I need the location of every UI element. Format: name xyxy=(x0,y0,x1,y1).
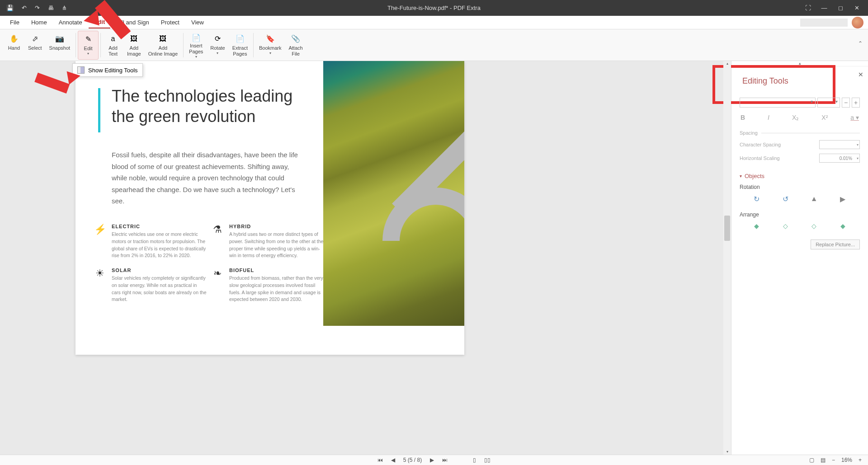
menu-bar: File Home Annotate Edit Fill and Sign Pr… xyxy=(0,16,868,29)
superscript-button[interactable]: X² xyxy=(821,114,828,121)
bookmark-tool[interactable]: 🔖 Bookmark ▾ xyxy=(255,31,285,60)
menu-home[interactable]: Home xyxy=(26,17,52,28)
bookmark-icon: 🔖 xyxy=(265,33,276,44)
feature-title: BIOFUEL xyxy=(229,268,324,273)
rotate-cw-icon[interactable]: ↻ xyxy=(751,195,762,203)
add-image-tool[interactable]: 🖼 Add Image xyxy=(123,31,145,60)
feature-item: ☀ SOLAR Solar vehicles rely completely o… xyxy=(94,268,207,303)
feature-text: Electric vehicles use one or more electr… xyxy=(112,231,207,259)
rotate-tool[interactable]: ⟳ Rotate ▾ xyxy=(207,31,228,60)
first-page-icon[interactable]: ⏮ xyxy=(377,457,383,463)
minimize-icon[interactable]: — xyxy=(817,5,831,11)
hybrid-icon: ⚗ xyxy=(211,224,224,236)
italic-button[interactable]: I xyxy=(768,114,769,121)
redo-icon[interactable]: ↷ xyxy=(35,5,40,11)
send-back-icon[interactable]: ◆ xyxy=(837,222,848,230)
insert-pages-tool[interactable]: 📄 Insert Pages ▾ xyxy=(185,31,207,60)
flip-vertical-icon[interactable]: ▲ xyxy=(809,195,820,203)
subscript-button[interactable]: X₂ xyxy=(792,114,799,121)
bring-forward-icon[interactable]: ◇ xyxy=(780,222,791,230)
leaf-icon: ❧ xyxy=(211,268,224,280)
rotation-controls: ↻ ↺ ▲ ▶ xyxy=(740,195,860,203)
scrollbar-track[interactable] xyxy=(723,66,731,449)
increase-size-button[interactable]: + xyxy=(852,98,860,108)
fit-page-icon[interactable]: ▢ xyxy=(809,457,814,463)
sun-icon: ☀ xyxy=(94,268,106,280)
user-avatar[interactable] xyxy=(852,17,863,28)
hand-tool[interactable]: ✋ Hand xyxy=(4,31,24,60)
scroll-up-icon[interactable]: ▴ xyxy=(723,61,731,66)
plug-icon: ⚡ xyxy=(94,224,106,236)
font-color-button[interactable]: a ▾ xyxy=(850,114,859,121)
rotate-ccw-icon[interactable]: ↺ xyxy=(780,195,791,203)
char-spacing-input[interactable] xyxy=(819,140,860,149)
zoom-out-icon[interactable]: − xyxy=(832,457,835,463)
menu-annotate[interactable]: Annotate xyxy=(53,17,88,28)
two-page-view-icon[interactable]: ▯▯ xyxy=(484,457,491,463)
single-page-view-icon[interactable]: ▯ xyxy=(473,457,476,463)
next-page-icon[interactable]: ▶ xyxy=(430,457,434,463)
online-image-icon: 🖼 xyxy=(157,33,168,44)
panel-title: Editing Tools xyxy=(742,76,788,85)
font-family-select[interactable] xyxy=(740,98,816,108)
pdf-page[interactable]: The technologies leading the green revol… xyxy=(75,61,464,355)
panel-collapse-icon[interactable]: ▴ xyxy=(731,61,868,66)
panel-close-icon[interactable]: ✕ xyxy=(858,71,863,78)
share-icon[interactable]: ⋔ xyxy=(62,5,67,11)
collapse-ribbon-icon[interactable]: ⌃ xyxy=(858,40,863,47)
replace-picture-button[interactable]: Replace Picture... xyxy=(811,240,860,249)
edit-dropdown-item[interactable]: Show Editing Tools xyxy=(72,63,143,77)
chevron-down-icon: ▾ xyxy=(87,52,89,56)
bold-button[interactable]: B xyxy=(741,114,745,121)
extract-pages-tool[interactable]: 📄 Extract Pages xyxy=(229,31,251,60)
page-plus-icon: 📄 xyxy=(191,33,202,42)
spacing-label: Spacing xyxy=(740,130,860,136)
add-online-image-tool[interactable]: 🖼 Add Online Image xyxy=(145,31,181,60)
feature-grid: ⚡ ELECTRIC Electric vehicles use one or … xyxy=(94,224,324,303)
page-hero-image xyxy=(323,61,464,326)
font-size-select[interactable] xyxy=(817,98,840,108)
extract-icon: 📄 xyxy=(235,33,245,44)
menu-view[interactable]: View xyxy=(186,17,209,28)
separator xyxy=(75,33,76,57)
prev-page-icon[interactable]: ◀ xyxy=(391,457,395,463)
rotate-icon: ⟳ xyxy=(212,33,223,44)
feature-text: A hybrid uses two or more distinct types… xyxy=(229,231,324,259)
hscaling-label: Horizontal Scaling xyxy=(740,155,780,161)
snapshot-tool[interactable]: 📷 Snapshot xyxy=(46,31,74,60)
feature-text: Solar vehicles rely completely or signif… xyxy=(112,275,207,303)
maximize-icon[interactable]: ◻ xyxy=(834,5,847,11)
chevron-down-icon: ▾ xyxy=(195,55,197,59)
page-indicator: 5 (5 / 8) xyxy=(403,457,422,463)
decrease-size-button[interactable]: − xyxy=(842,98,850,108)
undo-icon[interactable]: ↶ xyxy=(22,5,27,11)
select-tool[interactable]: ⬀ Select xyxy=(24,31,46,60)
separator xyxy=(253,33,254,57)
panel-body: − + B I X₂ X² a ▾ Spacing Character Spac… xyxy=(731,94,868,253)
last-page-icon[interactable]: ⏭ xyxy=(442,457,448,463)
feature-title: SOLAR xyxy=(112,268,207,273)
send-backward-icon[interactable]: ◇ xyxy=(809,222,820,230)
chevron-down-icon: ▾ xyxy=(269,51,271,55)
close-icon[interactable]: ✕ xyxy=(850,5,863,11)
edit-icon: ✎ xyxy=(83,34,94,45)
flip-horizontal-icon[interactable]: ▶ xyxy=(837,195,848,203)
scroll-down-icon[interactable]: ▾ xyxy=(723,449,731,455)
scrollbar-thumb[interactable] xyxy=(724,216,730,241)
status-bar: ⏮ ◀ 5 (5 / 8) ▶ ⏭ ▯ ▯▯ ▢ ▤ − 16% + xyxy=(0,455,868,465)
text-icon: a xyxy=(108,33,118,44)
edit-tool[interactable]: ✎ Edit ▾ xyxy=(78,31,99,60)
zoom-in-icon[interactable]: + xyxy=(859,457,862,463)
objects-section-header[interactable]: Objects xyxy=(740,173,860,179)
menu-protect[interactable]: Protect xyxy=(156,17,185,28)
save-icon[interactable]: 💾 xyxy=(6,5,14,11)
fullscreen-icon[interactable]: ⛶ xyxy=(801,5,815,11)
document-viewport[interactable]: The technologies leading the green revol… xyxy=(0,61,731,455)
bring-front-icon[interactable]: ◆ xyxy=(751,222,762,230)
print-icon[interactable]: 🖶 xyxy=(48,5,54,11)
feature-item: ⚡ ELECTRIC Electric vehicles use one or … xyxy=(94,224,207,259)
hscaling-input[interactable]: 0.01% xyxy=(819,154,860,163)
attach-file-tool[interactable]: 📎 Attach File xyxy=(285,31,306,60)
fit-width-icon[interactable]: ▤ xyxy=(821,457,826,463)
menu-file[interactable]: File xyxy=(5,17,25,28)
